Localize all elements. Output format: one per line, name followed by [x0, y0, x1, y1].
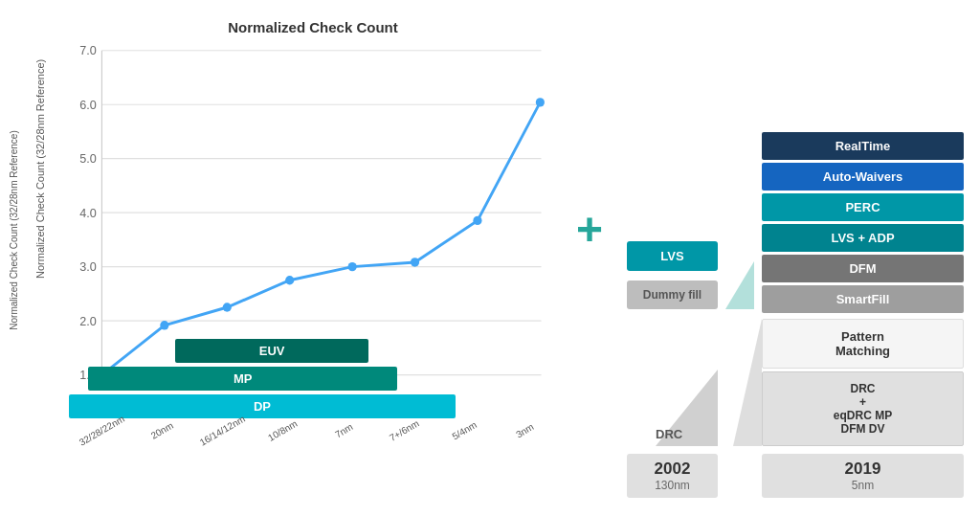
y-axis-label-text: Normalized Check Count (32/28nm Referenc… [9, 130, 19, 329]
svg-point-16 [160, 321, 168, 329]
year-row: 2002 130nm 2019 5nm [627, 454, 964, 498]
lvs-adp-box: LVS + ADP [762, 224, 964, 252]
node-130nm-label: 130nm [633, 479, 712, 492]
year-2002: 2002 130nm [627, 454, 718, 498]
year-2002-label: 2002 [633, 460, 712, 479]
realtime-box: RealTime [762, 132, 964, 160]
y-axis-label: Normalized Check Count (32/28nm Referenc… [34, 231, 46, 279]
auto-waivers-box: Auto-Waivers [762, 163, 964, 191]
bottom-diagram: DRC PatternMatching DRC+eqDRC MPDFM DV [627, 319, 964, 446]
chart-area: Normalized Check Count Normalized Check … [16, 19, 552, 498]
svg-point-22 [536, 98, 545, 106]
year-2019: 2019 5nm [762, 454, 964, 498]
chart-inner: Normalized Check Count (32/28nm Referenc… [16, 39, 552, 470]
main-container: Normalized Check Count Normalized Check … [7, 10, 973, 507]
pattern-matching-box: PatternMatching [762, 319, 964, 369]
svg-point-20 [411, 258, 419, 266]
chart-bars: EUV MP DP [69, 339, 552, 420]
svg-point-19 [348, 261, 357, 270]
mp-bar: MP [88, 367, 397, 391]
ramp-shape [733, 319, 762, 446]
dfm-box: DFM [762, 255, 964, 282]
right-top-boxes: RealTime Auto-Waivers PERC LVS + ADP DFM… [762, 132, 964, 313]
svg-text:4.0: 4.0 [79, 205, 97, 219]
svg-text:6.0: 6.0 [79, 97, 97, 111]
svg-text:3.0: 3.0 [79, 259, 97, 274]
svg-marker-23 [725, 261, 754, 309]
node-5nm-label: 5nm [768, 479, 958, 492]
svg-text:5.0: 5.0 [79, 151, 97, 166]
drc-eqdrc-box: DRC+eqDRC MPDFM DV [762, 371, 964, 446]
euv-bar: EUV [175, 339, 368, 363]
svg-marker-26 [733, 319, 762, 446]
y-axis-label-container: Normalized Check Count (32/28nm Referenc… [7, 39, 20, 422]
svg-text:2.0: 2.0 [79, 313, 97, 327]
dummy-fill-box: Dummy fill [627, 280, 718, 309]
svg-point-21 [473, 215, 481, 224]
lvs-box: LVS [627, 241, 718, 271]
svg-point-18 [285, 276, 294, 284]
right-panel: LVS Dummy fill RealTime Auto-Waivers PER… [627, 19, 964, 498]
perc-box: PERC [762, 193, 964, 221]
right-bottom-boxes: PatternMatching DRC+eqDRC MPDFM DV [762, 319, 964, 446]
svg-text:7.0: 7.0 [79, 43, 97, 57]
euv-bar-row: EUV [69, 339, 552, 363]
svg-point-17 [223, 303, 232, 311]
left-boxes: LVS Dummy fill [627, 241, 718, 313]
svg-text:DRC: DRC [656, 427, 683, 441]
year-2019-label: 2019 [768, 460, 958, 479]
chart-title: Normalized Check Count [74, 19, 552, 35]
mp-bar-row: MP [69, 367, 552, 391]
drc-area: DRC [627, 331, 718, 446]
smartfill-box: SmartFill [762, 285, 964, 313]
x-axis-labels: 32/28/22nm 20nm 16/14/12nm 10/8nm 7nm 7+… [69, 422, 552, 470]
connector [725, 233, 754, 313]
plus-icon: + [576, 203, 603, 256]
top-diagram: LVS Dummy fill RealTime Auto-Waivers PER… [627, 19, 964, 313]
